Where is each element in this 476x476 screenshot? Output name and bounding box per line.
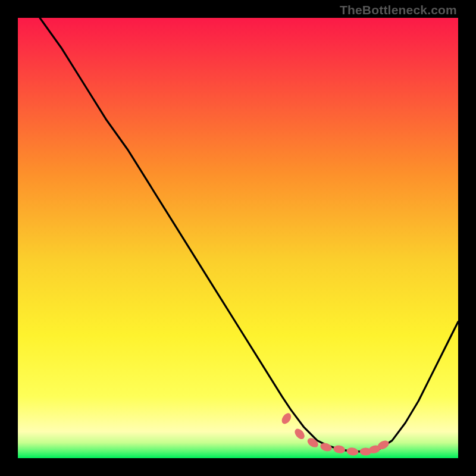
chart-plot xyxy=(18,18,458,458)
svg-point-5 xyxy=(333,444,346,454)
svg-point-6 xyxy=(346,447,359,456)
bottleneck-curve xyxy=(40,18,458,452)
chart-frame xyxy=(18,18,458,458)
svg-point-3 xyxy=(306,436,320,449)
watermark-text: TheBottleneck.com xyxy=(340,3,457,17)
svg-point-1 xyxy=(280,411,293,425)
